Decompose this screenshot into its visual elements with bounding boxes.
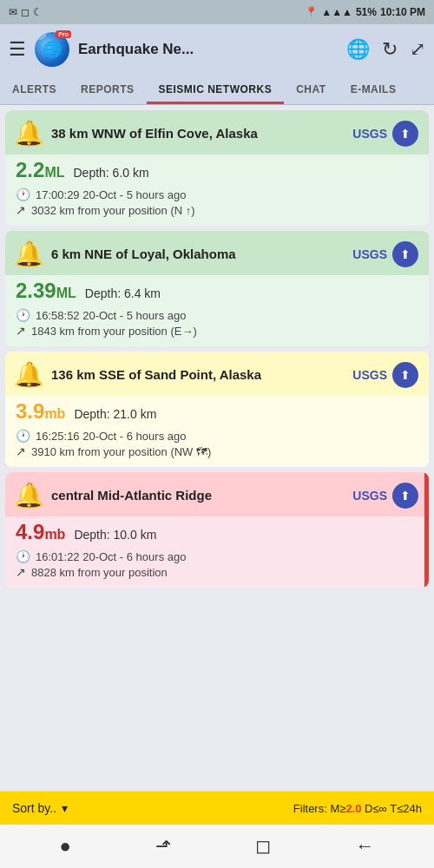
- share-button-3[interactable]: ⬆: [392, 362, 418, 388]
- time-row-3: 🕐 16:25:16 20-Oct - 6 hours ago: [16, 429, 418, 443]
- clock-icon-3: 🕐: [16, 429, 30, 443]
- source-label-3: USGS: [352, 368, 387, 382]
- magnitude-1: 2.2ML: [16, 158, 64, 182]
- compass-icon-3: ↗: [16, 444, 26, 458]
- battery-level: 51%: [356, 6, 377, 18]
- tab-bar: ALERTS REPORTS SEISMIC NETWORKS CHAT E-M…: [0, 75, 434, 105]
- location-3: 136 km SSE of Sand Point, Alaska: [51, 366, 261, 384]
- distance-row-2: ↗ 1843 km from your position (E→): [16, 324, 418, 338]
- warning-icon-3: 🔔: [14, 360, 44, 389]
- clock-icon-1: 🕐: [16, 187, 30, 201]
- distance-3: 3910 km from your position (NW 🗺): [31, 445, 211, 458]
- share-button-2[interactable]: ⬆: [392, 241, 418, 267]
- magnitude-row-2: 2.39ML Depth: 6.4 km: [16, 279, 418, 303]
- nav-recents-icon[interactable]: ⬏: [155, 835, 171, 858]
- share-button-4[interactable]: ⬆: [392, 483, 418, 509]
- compass-icon-2: ↗: [16, 324, 26, 338]
- sort-by-label: Sort by..: [12, 801, 56, 815]
- source-label-4: USGS: [352, 489, 387, 503]
- earthquake-card[interactable]: 🔔 136 km SSE of Sand Point, Alaska USGS …: [5, 352, 429, 467]
- header-left: ☰ 🌐 Pro Earthquake Ne...: [9, 32, 194, 67]
- time-1: 17:00:29 20-Oct - 5 hours ago: [36, 188, 186, 201]
- depth-2: Depth: 6.4 km: [85, 286, 161, 300]
- distance-row-4: ↗ 8828 km from your position: [16, 565, 418, 579]
- earthquake-card[interactable]: 🔔 central Mid-Atlantic Ridge USGS ⬆ 4.9m…: [5, 472, 429, 588]
- compass-icon-1: ↗: [16, 203, 26, 217]
- card-top-2: 🔔 6 km NNE of Loyal, Oklahoma USGS ⬆: [5, 231, 429, 275]
- sort-dropdown-icon: ▾: [62, 801, 68, 815]
- time-row-2: 🕐 16:58:52 20-Oct - 5 hours ago: [16, 308, 418, 322]
- location-4: central Mid-Atlantic Ridge: [51, 487, 212, 504]
- card-top-4: 🔔 central Mid-Atlantic Ridge USGS ⬆: [5, 472, 429, 516]
- filter-text: Filters: M≥2.0 D≤∞ T≤24h: [293, 802, 422, 815]
- warning-icon-4: 🔔: [14, 481, 44, 510]
- distance-row-3: ↗ 3910 km from your position (NW 🗺): [16, 444, 418, 458]
- nav-bar: ● ⬏ ◻ ←: [0, 825, 434, 868]
- time-row-4: 🕐 16:01:22 20-Oct - 6 hours ago: [16, 549, 418, 563]
- expand-icon[interactable]: ⤢: [410, 38, 425, 61]
- logo-wrapper: 🌐 Pro: [35, 32, 69, 67]
- location-1: 38 km WNW of Elfin Cove, Alaska: [51, 125, 258, 142]
- time-display: 10:10 PM: [380, 6, 425, 18]
- earthquake-card[interactable]: 🔔 6 km NNE of Loyal, Oklahoma USGS ⬆ 2.3…: [5, 231, 429, 346]
- magnitude-3: 3.9mb: [16, 399, 65, 424]
- sort-filter-bar: Sort by.. ▾ Filters: M≥2.0 D≤∞ T≤24h: [0, 792, 434, 825]
- card-top-left-4: 🔔 central Mid-Atlantic Ridge: [14, 481, 212, 510]
- depth-1: Depth: 6.0 km: [73, 166, 148, 180]
- earthquake-card[interactable]: 🔔 38 km WNW of Elfin Cove, Alaska USGS ⬆…: [5, 110, 429, 226]
- nav-overview-icon[interactable]: ◻: [255, 835, 271, 858]
- sort-by-button[interactable]: Sort by.. ▾: [12, 801, 68, 815]
- magnitude-row-3: 3.9mb Depth: 21.0 km: [16, 399, 418, 424]
- source-label-2: USGS: [352, 247, 387, 261]
- card-bottom-4: 4.9mb Depth: 10.0 km 🕐 16:01:22 20-Oct -…: [5, 516, 429, 588]
- warning-icon-1: 🔔: [14, 119, 44, 148]
- tab-chat[interactable]: CHAT: [284, 75, 338, 104]
- magnitude-row-4: 4.9mb Depth: 10.0 km: [16, 520, 418, 544]
- depth-3: Depth: 21.0 km: [74, 407, 156, 421]
- card-top-right-3: USGS ⬆: [352, 362, 418, 388]
- nav-home-icon[interactable]: ●: [60, 835, 71, 858]
- card-top-left-2: 🔔 6 km NNE of Loyal, Oklahoma: [14, 240, 236, 268]
- nav-back-icon[interactable]: ←: [355, 835, 374, 858]
- filter-rest: D≤∞ T≤24h: [361, 802, 422, 815]
- filter-prefix: Filters: M≥: [293, 802, 346, 815]
- globe-icon[interactable]: 🌐: [346, 38, 370, 61]
- header-right: 🌐 ↻ ⤢: [346, 38, 425, 61]
- filter-mag: 2.0: [345, 802, 361, 815]
- distance-2: 1843 km from your position (E→): [31, 325, 197, 338]
- bottom-bar: Sort by.. ▾ Filters: M≥2.0 D≤∞ T≤24h ● ⬏…: [0, 791, 434, 868]
- earthquake-list: 🔔 38 km WNW of Elfin Cove, Alaska USGS ⬆…: [0, 105, 434, 593]
- time-2: 16:58:52 20-Oct - 5 hours ago: [36, 309, 186, 322]
- status-left: ✉ ◻ ☾: [9, 6, 43, 18]
- card-top-1: 🔔 38 km WNW of Elfin Cove, Alaska USGS ⬆: [5, 110, 429, 155]
- status-right: 📍 ▲▲▲ 51% 10:10 PM: [305, 6, 425, 18]
- meta-3: 🕐 16:25:16 20-Oct - 6 hours ago ↗ 3910 k…: [16, 429, 418, 458]
- notification-icon: ◻: [21, 6, 30, 18]
- location-2: 6 km NNE of Loyal, Oklahoma: [51, 246, 236, 263]
- mail-icon: ✉: [9, 6, 17, 18]
- magnitude-row-1: 2.2ML Depth: 6.0 km: [16, 158, 418, 182]
- card-top-left-3: 🔔 136 km SSE of Sand Point, Alaska: [14, 360, 261, 389]
- tab-emails[interactable]: E-MAILS: [339, 75, 409, 104]
- meta-4: 🕐 16:01:22 20-Oct - 6 hours ago ↗ 8828 k…: [16, 549, 418, 579]
- compass-icon-4: ↗: [16, 565, 26, 579]
- magnitude-2: 2.39ML: [16, 279, 76, 303]
- refresh-icon[interactable]: ↻: [382, 38, 398, 61]
- time-4: 16:01:22 20-Oct - 6 hours ago: [36, 550, 186, 563]
- tab-reports[interactable]: REPORTS: [69, 75, 147, 104]
- card-top-right-1: USGS ⬆: [352, 121, 418, 147]
- location-icon: 📍: [305, 6, 318, 18]
- clock-icon-4: 🕐: [16, 549, 30, 563]
- tab-seismic-networks[interactable]: SEISMIC NETWORKS: [147, 75, 285, 104]
- card-bottom-3: 3.9mb Depth: 21.0 km 🕐 16:25:16 20-Oct -…: [5, 396, 429, 467]
- app-title: Earthquake Ne...: [78, 41, 194, 58]
- tab-alerts[interactable]: ALERTS: [0, 75, 69, 104]
- distance-4: 8828 km from your position: [31, 566, 168, 579]
- card-bottom-2: 2.39ML Depth: 6.4 km 🕐 16:58:52 20-Oct -…: [5, 275, 429, 346]
- time-3: 16:25:16 20-Oct - 6 hours ago: [36, 430, 186, 443]
- clock-icon-2: 🕐: [16, 308, 30, 322]
- menu-button[interactable]: ☰: [9, 38, 26, 61]
- source-label-1: USGS: [352, 127, 387, 141]
- share-button-1[interactable]: ⬆: [392, 121, 418, 147]
- signal-icon: ▲▲▲: [321, 6, 352, 18]
